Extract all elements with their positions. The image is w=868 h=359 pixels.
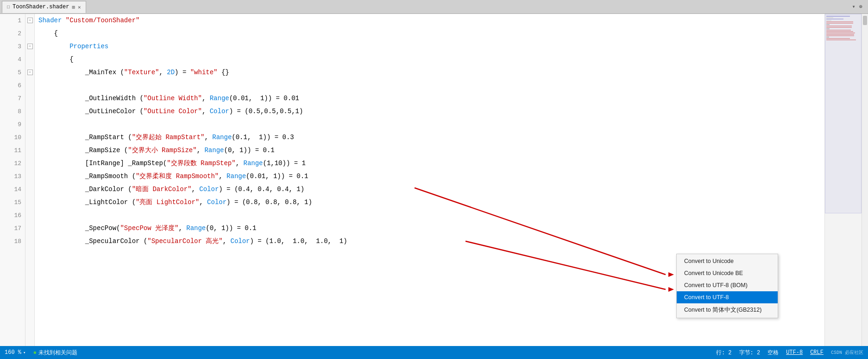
code-area[interactable]: Shader "Custom/ToonShader" { Properties … — [35, 14, 824, 346]
context-menu-item[interactable]: Convert to 简体中文(GB2312) — [677, 303, 778, 317]
status-text: 未找到相关问题 — [38, 349, 77, 357]
line-number: 4 — [0, 53, 25, 66]
fold-column: −−− — [25, 14, 35, 346]
minimap-content — [825, 14, 862, 42]
collapse-button[interactable]: ▾ — [852, 3, 855, 10]
space-label: 空格 — [767, 349, 779, 357]
status-bar: 160 % ▾ ● 未找到相关问题 行: 2 字节: 2 空格 UTF-8 CR… — [0, 346, 868, 359]
tab-name: ToonShader.shader — [13, 4, 69, 10]
context-menu[interactable]: Convert to UnicodeConvert to Unicode BEC… — [676, 254, 778, 318]
line-number: 5 — [0, 66, 25, 79]
table-row: _OutLineColor ("OutLine Color", Color) =… — [35, 105, 824, 118]
fold-indicator — [25, 235, 34, 248]
line-number: 17 — [0, 222, 25, 235]
line-number: 11 — [0, 144, 25, 157]
fold-indicator — [25, 118, 34, 131]
table-row: _SpecPow("SpecPow 光泽度", Range(0, 1)) = 0… — [35, 222, 824, 235]
table-row: _RampSize ("交界大小 RampSize", Range(0, 1))… — [35, 144, 824, 157]
context-menu-item[interactable]: Convert to Unicode BE — [677, 267, 778, 279]
fold-indicator — [25, 27, 34, 40]
line-numbers: 123456789101112131415161718 — [0, 14, 25, 346]
file-tab[interactable]: □ ToonShader.shader ⊞ ✕ — [2, 1, 86, 13]
status-left: 160 % ▾ ● 未找到相关问题 — [5, 349, 77, 357]
fold-indicator — [25, 53, 34, 66]
file-icon: □ — [7, 5, 10, 10]
ok-icon: ● — [33, 349, 37, 356]
table-row — [35, 209, 824, 222]
status-right: 行: 2 字节: 2 空格 UTF-8 CRLF CSDN 必应社区 — [716, 349, 863, 357]
table-row — [35, 118, 824, 131]
fold-indicator[interactable]: − — [25, 14, 34, 27]
fold-indicator — [25, 222, 34, 235]
scroll-thumb[interactable] — [863, 16, 867, 25]
zoom-control[interactable]: 160 % ▾ — [5, 349, 25, 356]
line-number: 7 — [0, 92, 25, 105]
table-row: _RampSmooth ("交界柔和度 RampSmooth", Range(0… — [35, 170, 824, 183]
fold-indicator — [25, 196, 34, 209]
zoom-value: 160 % — [5, 349, 21, 356]
line-number: 1 — [0, 14, 25, 27]
table-row: _SpecularColor ("SpecularColor 高光", Colo… — [35, 235, 824, 248]
status-ok-indicator: ● 未找到相关问题 — [33, 349, 77, 357]
title-bar: □ ToonShader.shader ⊞ ✕ ▾ ⊕ — [0, 0, 868, 14]
context-menu-item[interactable]: Convert to Unicode — [677, 255, 778, 267]
split-button[interactable]: ⊕ — [859, 3, 862, 10]
line-number: 9 — [0, 118, 25, 131]
line-ending-label[interactable]: CRLF — [810, 349, 824, 356]
fold-indicator[interactable]: − — [25, 40, 34, 53]
line-number: 13 — [0, 170, 25, 183]
line-number: 15 — [0, 196, 25, 209]
language-label: CSDN 必应社区 — [831, 349, 863, 356]
svg-marker-0 — [668, 272, 674, 277]
line-number: 8 — [0, 105, 25, 118]
fold-indicator — [25, 157, 34, 170]
table-row: { — [35, 27, 824, 40]
zoom-dropdown-icon[interactable]: ▾ — [23, 350, 25, 355]
line-number: 10 — [0, 131, 25, 144]
line-number: 18 — [0, 235, 25, 248]
table-row: _DarkColor ("暗面 DarkColor", Color) = (0.… — [35, 183, 824, 196]
fold-indicator — [25, 79, 34, 92]
table-row: _MainTex ("Texture", 2D) = "white" {} — [35, 66, 824, 79]
editor-container: 123456789101112131415161718 −−− Shader "… — [0, 14, 868, 346]
line-number: 16 — [0, 209, 25, 222]
col-label: 字节: 2 — [739, 349, 761, 357]
minimap — [824, 14, 862, 346]
line-number: 6 — [0, 79, 25, 92]
fold-indicator — [25, 131, 34, 144]
fold-indicator — [25, 170, 34, 183]
table-row: [IntRange] _RampStep("交界段数 RampStep", Ra… — [35, 157, 824, 170]
line-number: 2 — [0, 27, 25, 40]
table-row: Properties — [35, 40, 824, 53]
fold-indicator — [25, 92, 34, 105]
fold-button[interactable]: − — [27, 44, 33, 49]
scrollbar[interactable] — [862, 14, 868, 346]
table-row: { — [35, 53, 824, 66]
fold-indicator — [25, 183, 34, 196]
row-label: 行: 2 — [716, 349, 732, 357]
svg-marker-1 — [668, 287, 674, 292]
encoding-label[interactable]: UTF-8 — [786, 349, 803, 356]
fold-indicator[interactable]: − — [25, 66, 34, 79]
table-row: _RampStart ("交界起始 RampStart", Range(0.1,… — [35, 131, 824, 144]
line-number: 3 — [0, 40, 25, 53]
table-row — [35, 79, 824, 92]
line-number: 12 — [0, 157, 25, 170]
tab-close-button[interactable]: ✕ — [78, 4, 81, 10]
context-menu-item[interactable]: Convert to UTF-8 — [677, 291, 778, 303]
minimap-viewport[interactable] — [825, 14, 862, 213]
title-bar-controls: ▾ ⊕ — [852, 3, 866, 10]
context-menu-item[interactable]: Convert to UTF-8 (BOM) — [677, 279, 778, 291]
table-row: _OutlineWidth ("Outline Width", Range(0.… — [35, 92, 824, 105]
fold-indicator — [25, 105, 34, 118]
table-row: _LightColor ("亮面 LightColor", Color) = (… — [35, 196, 824, 209]
fold-button[interactable]: − — [27, 18, 33, 23]
line-number: 14 — [0, 183, 25, 196]
table-row: Shader "Custom/ToonShader" — [35, 14, 824, 27]
fold-button[interactable]: − — [27, 70, 33, 75]
fold-indicator — [25, 209, 34, 222]
fold-indicator — [25, 144, 34, 157]
pin-icon[interactable]: ⊞ — [72, 4, 75, 10]
